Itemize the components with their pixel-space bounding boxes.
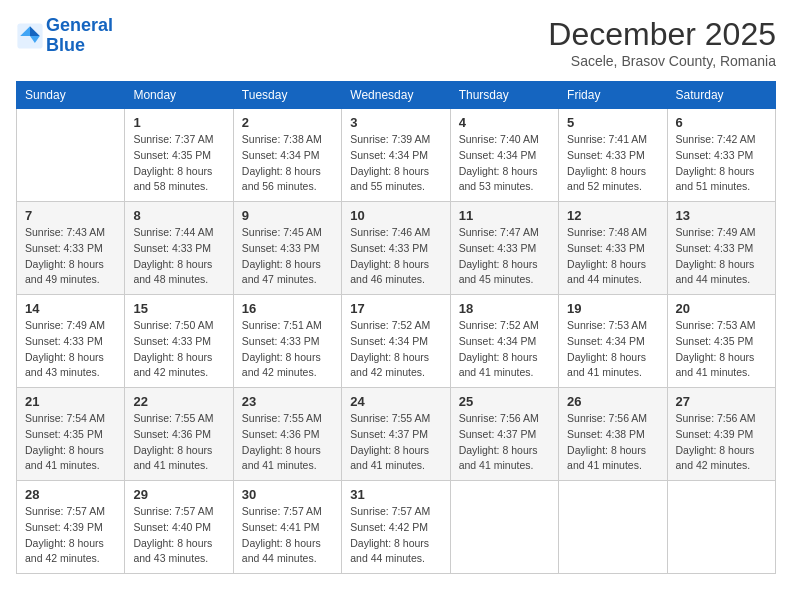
calendar-table: SundayMondayTuesdayWednesdayThursdayFrid… [16,81,776,574]
day-info: Sunrise: 7:37 AMSunset: 4:35 PMDaylight:… [133,132,224,195]
calendar-cell: 3Sunrise: 7:39 AMSunset: 4:34 PMDaylight… [342,109,450,202]
calendar-cell: 7Sunrise: 7:43 AMSunset: 4:33 PMDaylight… [17,202,125,295]
day-number: 15 [133,301,224,316]
calendar-cell: 31Sunrise: 7:57 AMSunset: 4:42 PMDayligh… [342,481,450,574]
day-info: Sunrise: 7:52 AMSunset: 4:34 PMDaylight:… [350,318,441,381]
calendar-cell: 29Sunrise: 7:57 AMSunset: 4:40 PMDayligh… [125,481,233,574]
calendar-cell: 28Sunrise: 7:57 AMSunset: 4:39 PMDayligh… [17,481,125,574]
calendar-cell: 22Sunrise: 7:55 AMSunset: 4:36 PMDayligh… [125,388,233,481]
day-info: Sunrise: 7:52 AMSunset: 4:34 PMDaylight:… [459,318,550,381]
day-number: 24 [350,394,441,409]
day-number: 1 [133,115,224,130]
calendar-week-row: 21Sunrise: 7:54 AMSunset: 4:35 PMDayligh… [17,388,776,481]
day-info: Sunrise: 7:56 AMSunset: 4:39 PMDaylight:… [676,411,767,474]
calendar-cell: 1Sunrise: 7:37 AMSunset: 4:35 PMDaylight… [125,109,233,202]
day-info: Sunrise: 7:51 AMSunset: 4:33 PMDaylight:… [242,318,333,381]
day-info: Sunrise: 7:57 AMSunset: 4:42 PMDaylight:… [350,504,441,567]
day-info: Sunrise: 7:42 AMSunset: 4:33 PMDaylight:… [676,132,767,195]
calendar-cell: 26Sunrise: 7:56 AMSunset: 4:38 PMDayligh… [559,388,667,481]
calendar-cell: 6Sunrise: 7:42 AMSunset: 4:33 PMDaylight… [667,109,775,202]
calendar-cell: 11Sunrise: 7:47 AMSunset: 4:33 PMDayligh… [450,202,558,295]
day-number: 3 [350,115,441,130]
day-info: Sunrise: 7:49 AMSunset: 4:33 PMDaylight:… [25,318,116,381]
day-info: Sunrise: 7:38 AMSunset: 4:34 PMDaylight:… [242,132,333,195]
day-info: Sunrise: 7:57 AMSunset: 4:40 PMDaylight:… [133,504,224,567]
day-info: Sunrise: 7:50 AMSunset: 4:33 PMDaylight:… [133,318,224,381]
day-info: Sunrise: 7:55 AMSunset: 4:36 PMDaylight:… [133,411,224,474]
day-info: Sunrise: 7:53 AMSunset: 4:35 PMDaylight:… [676,318,767,381]
day-number: 8 [133,208,224,223]
day-number: 21 [25,394,116,409]
calendar-cell: 25Sunrise: 7:56 AMSunset: 4:37 PMDayligh… [450,388,558,481]
day-info: Sunrise: 7:44 AMSunset: 4:33 PMDaylight:… [133,225,224,288]
day-number: 7 [25,208,116,223]
day-info: Sunrise: 7:54 AMSunset: 4:35 PMDaylight:… [25,411,116,474]
location-subtitle: Sacele, Brasov County, Romania [548,53,776,69]
calendar-cell: 17Sunrise: 7:52 AMSunset: 4:34 PMDayligh… [342,295,450,388]
day-info: Sunrise: 7:45 AMSunset: 4:33 PMDaylight:… [242,225,333,288]
column-header-wednesday: Wednesday [342,82,450,109]
day-number: 27 [676,394,767,409]
day-info: Sunrise: 7:57 AMSunset: 4:41 PMDaylight:… [242,504,333,567]
calendar-cell: 9Sunrise: 7:45 AMSunset: 4:33 PMDaylight… [233,202,341,295]
month-title: December 2025 [548,16,776,53]
day-info: Sunrise: 7:53 AMSunset: 4:34 PMDaylight:… [567,318,658,381]
day-number: 4 [459,115,550,130]
column-header-monday: Monday [125,82,233,109]
day-number: 22 [133,394,224,409]
calendar-cell: 27Sunrise: 7:56 AMSunset: 4:39 PMDayligh… [667,388,775,481]
calendar-week-row: 1Sunrise: 7:37 AMSunset: 4:35 PMDaylight… [17,109,776,202]
calendar-cell: 15Sunrise: 7:50 AMSunset: 4:33 PMDayligh… [125,295,233,388]
calendar-cell: 12Sunrise: 7:48 AMSunset: 4:33 PMDayligh… [559,202,667,295]
calendar-cell: 24Sunrise: 7:55 AMSunset: 4:37 PMDayligh… [342,388,450,481]
calendar-header-row: SundayMondayTuesdayWednesdayThursdayFrid… [17,82,776,109]
calendar-cell: 30Sunrise: 7:57 AMSunset: 4:41 PMDayligh… [233,481,341,574]
calendar-cell: 4Sunrise: 7:40 AMSunset: 4:34 PMDaylight… [450,109,558,202]
day-number: 19 [567,301,658,316]
day-info: Sunrise: 7:43 AMSunset: 4:33 PMDaylight:… [25,225,116,288]
calendar-cell: 23Sunrise: 7:55 AMSunset: 4:36 PMDayligh… [233,388,341,481]
column-header-saturday: Saturday [667,82,775,109]
day-info: Sunrise: 7:55 AMSunset: 4:37 PMDaylight:… [350,411,441,474]
calendar-week-row: 14Sunrise: 7:49 AMSunset: 4:33 PMDayligh… [17,295,776,388]
calendar-cell [450,481,558,574]
calendar-week-row: 28Sunrise: 7:57 AMSunset: 4:39 PMDayligh… [17,481,776,574]
logo: General Blue [16,16,113,56]
day-info: Sunrise: 7:40 AMSunset: 4:34 PMDaylight:… [459,132,550,195]
logo-text: General Blue [46,16,113,56]
day-number: 11 [459,208,550,223]
day-number: 10 [350,208,441,223]
logo-icon [16,22,44,50]
calendar-cell: 5Sunrise: 7:41 AMSunset: 4:33 PMDaylight… [559,109,667,202]
day-number: 2 [242,115,333,130]
day-info: Sunrise: 7:57 AMSunset: 4:39 PMDaylight:… [25,504,116,567]
calendar-cell: 8Sunrise: 7:44 AMSunset: 4:33 PMDaylight… [125,202,233,295]
day-number: 12 [567,208,658,223]
calendar-cell [667,481,775,574]
day-number: 25 [459,394,550,409]
calendar-cell: 14Sunrise: 7:49 AMSunset: 4:33 PMDayligh… [17,295,125,388]
column-header-tuesday: Tuesday [233,82,341,109]
calendar-cell: 10Sunrise: 7:46 AMSunset: 4:33 PMDayligh… [342,202,450,295]
calendar-cell: 16Sunrise: 7:51 AMSunset: 4:33 PMDayligh… [233,295,341,388]
calendar-cell: 2Sunrise: 7:38 AMSunset: 4:34 PMDaylight… [233,109,341,202]
day-number: 5 [567,115,658,130]
day-info: Sunrise: 7:55 AMSunset: 4:36 PMDaylight:… [242,411,333,474]
day-number: 13 [676,208,767,223]
day-info: Sunrise: 7:49 AMSunset: 4:33 PMDaylight:… [676,225,767,288]
day-number: 20 [676,301,767,316]
day-number: 26 [567,394,658,409]
day-number: 29 [133,487,224,502]
day-number: 17 [350,301,441,316]
day-number: 18 [459,301,550,316]
column-header-sunday: Sunday [17,82,125,109]
day-number: 14 [25,301,116,316]
day-number: 30 [242,487,333,502]
calendar-cell [17,109,125,202]
day-info: Sunrise: 7:39 AMSunset: 4:34 PMDaylight:… [350,132,441,195]
header: General Blue December 2025 Sacele, Braso… [16,16,776,69]
day-info: Sunrise: 7:56 AMSunset: 4:37 PMDaylight:… [459,411,550,474]
day-info: Sunrise: 7:56 AMSunset: 4:38 PMDaylight:… [567,411,658,474]
title-area: December 2025 Sacele, Brasov County, Rom… [548,16,776,69]
column-header-thursday: Thursday [450,82,558,109]
